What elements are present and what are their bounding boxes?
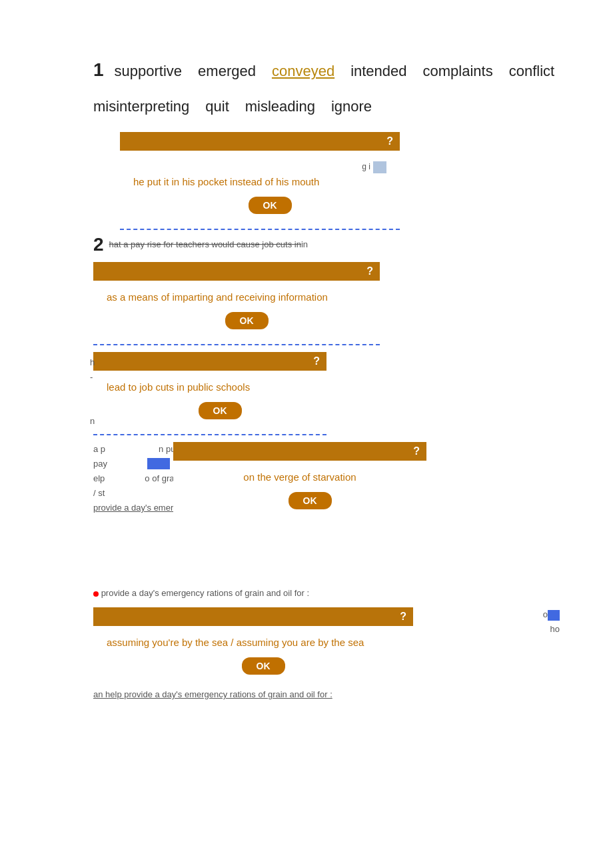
dialog1-text: he put it in his pocket instead of his m… [133, 176, 386, 187]
dialog3-ok-button[interactable]: OK [199, 402, 242, 419]
dialog2-header: ? [93, 262, 380, 281]
starvation-section: a pn public s pay elpo of grain / st pro… [93, 442, 520, 598]
word-list-2: misinterpretingquitmisleadingignore [93, 93, 520, 120]
dialog3-bg-left2: - [90, 372, 93, 382]
dialog1-section: ? g i he put it in his pocket instead of… [93, 132, 520, 230]
word-emerged: emerged [198, 63, 256, 79]
dialog2-box: ? as a means of imparting and receiving … [93, 262, 380, 345]
dialog4-box: ? on the verge of starvation OK [173, 442, 426, 521]
dialog3-section: h - n ? lead to job cuts in public schoo… [93, 352, 520, 435]
dialog2-scroll-hint [93, 344, 380, 345]
dialog4-text: on the verge of starvation [187, 471, 413, 483]
dialog2-body: as a means of imparting and receiving in… [93, 281, 380, 341]
dialog5-text: assuming you're by the sea / assuming yo… [107, 637, 400, 648]
dialog3-question-mark: ? [313, 355, 320, 367]
list-number-1: 1 [93, 59, 104, 80]
dialog3-body: lead to job cuts in public schools OK [93, 371, 326, 431]
dialog5-question-mark: ? [400, 611, 406, 623]
input-last-blue[interactable] [548, 610, 560, 621]
page-content: 1supportiveemergedconveyedintendedcompla… [0, 0, 613, 733]
section2-bg-text: hat a pay rise for teachers would cause … [109, 239, 301, 249]
dialog1-scroll-hint [120, 229, 400, 230]
last-section: o ho ? assuming you're by the sea / assu… [93, 607, 520, 699]
dialog3-bg-left: h [90, 357, 95, 367]
dialog3-box: ? lead to job cuts in public schools OK [93, 352, 326, 435]
word-ignore: ignore [331, 98, 372, 115]
word-list: 1supportiveemergedconveyedintendedcompla… [93, 53, 520, 87]
word-complaints: complaints [423, 63, 493, 79]
word-intended: intended [350, 63, 406, 79]
word-conflict: conflict [509, 63, 554, 79]
dialog3-text: lead to job cuts in public schools [107, 381, 313, 393]
dialog1-box: ? g i he put it in his pocket instead of… [120, 132, 400, 230]
dialog1-ok-button[interactable]: OK [249, 197, 292, 214]
last-bottom-text: an help provide a day's emergency ration… [93, 689, 520, 699]
dialog2-text: as a means of imparting and receiving in… [107, 291, 366, 303]
dialog5-box: ? assuming you're by the sea / assuming … [93, 607, 413, 687]
red-dot-icon [93, 591, 99, 597]
provide-text: provide a day's emergency rations of gra… [93, 588, 520, 598]
dialog2-section: ? as a means of imparting and receiving … [93, 262, 520, 345]
dialog4-question-mark: ? [413, 445, 420, 457]
dialog5-header: ? [93, 607, 413, 626]
section2-in: in [301, 239, 308, 249]
section2-number: 2 [93, 234, 104, 255]
dialog1-header: ? [120, 132, 400, 151]
dialog4-ok-button[interactable]: OK [289, 492, 332, 509]
dialog3-header: ? [93, 352, 326, 371]
dialog1-question-mark: ? [386, 135, 393, 147]
last-bg-right: o ho [543, 607, 560, 637]
dialog4-header: ? [173, 442, 426, 461]
word-misinterpreting: misinterpreting [93, 98, 189, 115]
dialog2-question-mark: ? [366, 265, 373, 277]
pay-highlight [147, 458, 170, 469]
provide-rations-text: provide a day's emergency rations of gra… [101, 588, 309, 598]
dialog3-bg-left3: n [90, 416, 95, 426]
dialog3-scroll-hint [93, 434, 326, 435]
input-placeholder-1[interactable] [373, 161, 386, 173]
word-misleading: misleading [245, 98, 315, 115]
dialog4-body: on the verge of starvation OK [173, 461, 426, 521]
word-conveyed[interactable]: conveyed [272, 63, 334, 79]
section2-row: 2 hat a pay rise for teachers would caus… [93, 234, 520, 255]
word-supportive: supportive [115, 63, 183, 79]
dialog5-ok-button[interactable]: OK [242, 657, 285, 675]
dialog1-body: g i he put it in his pocket instead of h… [120, 151, 400, 226]
dialog5-body: assuming you're by the sea / assuming yo… [93, 626, 413, 687]
dialog2-ok-button[interactable]: OK [225, 312, 269, 329]
word-quit: quit [205, 98, 229, 115]
